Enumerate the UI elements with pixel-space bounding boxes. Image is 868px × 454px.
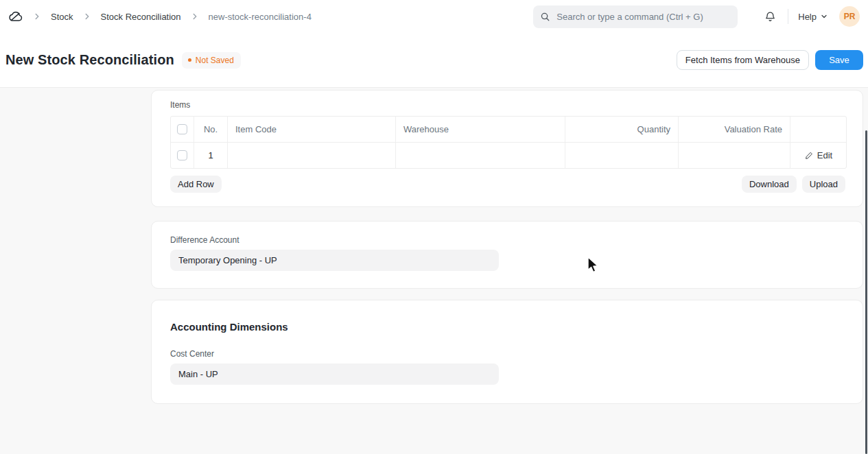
navbar-divider xyxy=(788,9,788,24)
chevron-right-icon xyxy=(32,12,42,21)
global-search[interactable] xyxy=(533,5,738,28)
status-dot-icon xyxy=(188,58,191,62)
difference-account-label: Difference Account xyxy=(170,235,845,245)
vertical-scrollbar-thumb[interactable] xyxy=(865,130,867,454)
row-checkbox[interactable] xyxy=(177,150,187,160)
row-checkbox-cell xyxy=(171,143,194,168)
breadcrumb-current-doc: new-stock-reconciliation-4 xyxy=(209,12,312,22)
user-avatar[interactable]: PR xyxy=(839,6,860,27)
upload-button[interactable]: Upload xyxy=(802,176,845,193)
cost-center-label: Cost Center xyxy=(170,349,845,359)
valuation-rate-cell[interactable] xyxy=(679,143,790,168)
breadcrumb: Stock Stock Reconciliation new-stock-rec… xyxy=(8,9,312,24)
navbar-right: Help PR xyxy=(533,5,860,28)
chevron-down-icon xyxy=(820,12,828,21)
items-grid: No. Item Code Warehouse Quantity Valuati… xyxy=(170,116,847,169)
column-header-no: No. xyxy=(194,117,228,142)
help-label: Help xyxy=(798,12,817,22)
difference-account-input[interactable] xyxy=(170,250,499,271)
save-button[interactable]: Save xyxy=(815,50,863,70)
items-grid-footer: Add Row Download Upload xyxy=(170,176,845,193)
notifications-bell-icon[interactable] xyxy=(760,7,779,26)
app-logo-cloud-icon[interactable] xyxy=(8,9,23,24)
items-grid-header-row: No. Item Code Warehouse Quantity Valuati… xyxy=(171,117,846,142)
edit-row-button[interactable]: Edit xyxy=(805,150,832,160)
download-button[interactable]: Download xyxy=(742,176,797,193)
row-index-cell: 1 xyxy=(194,143,228,168)
add-row-button[interactable]: Add Row xyxy=(170,176,222,193)
column-header-actions xyxy=(790,117,847,142)
column-header-valuation-rate[interactable]: Valuation Rate xyxy=(679,117,790,142)
items-grid-row-1[interactable]: 1 Edit xyxy=(171,142,846,168)
avatar-initials: PR xyxy=(844,12,856,21)
page-head: New Stock Reconciliation Not Saved Fetch… xyxy=(0,33,868,88)
page-actions: Fetch Items from Warehouse Save xyxy=(677,50,863,70)
grid-footer-right: Download Upload xyxy=(742,176,845,193)
status-badge-label: Not Saved xyxy=(196,56,234,65)
column-header-item-code[interactable]: Item Code xyxy=(228,117,396,142)
page-title: New Stock Reconciliation xyxy=(5,52,174,68)
breadcrumb-stock[interactable]: Stock xyxy=(51,12,73,22)
header-checkbox-cell xyxy=(171,117,194,142)
item-code-cell[interactable] xyxy=(228,143,396,168)
accounting-dimensions-card: Accounting Dimensions Cost Center xyxy=(151,300,863,404)
select-all-checkbox[interactable] xyxy=(177,124,187,134)
quantity-cell[interactable] xyxy=(565,143,679,168)
status-badge: Not Saved xyxy=(182,52,241,69)
navbar: Stock Stock Reconciliation new-stock-rec… xyxy=(0,0,868,33)
breadcrumb-stock-reconciliation[interactable]: Stock Reconciliation xyxy=(101,12,181,22)
row-actions-cell: Edit xyxy=(790,143,847,168)
warehouse-cell[interactable] xyxy=(396,143,565,168)
chevron-right-icon xyxy=(190,12,200,21)
search-input[interactable] xyxy=(555,11,731,23)
items-table-label: Items xyxy=(170,100,845,110)
pencil-icon xyxy=(805,152,813,160)
column-header-quantity[interactable]: Quantity xyxy=(565,117,679,142)
help-menu[interactable]: Help xyxy=(798,12,828,22)
chevron-right-icon xyxy=(82,12,92,21)
difference-account-card: Difference Account xyxy=(151,221,863,289)
search-icon xyxy=(540,12,550,22)
fetch-items-from-warehouse-button[interactable]: Fetch Items from Warehouse xyxy=(677,50,809,70)
cost-center-input[interactable] xyxy=(170,363,499,385)
column-header-warehouse[interactable]: Warehouse xyxy=(396,117,565,142)
edit-button-label: Edit xyxy=(817,150,832,160)
accounting-dimensions-heading: Accounting Dimensions xyxy=(170,321,845,333)
form-body: Items No. Item Code Warehouse Quantity V… xyxy=(0,88,868,454)
items-section-card: Items No. Item Code Warehouse Quantity V… xyxy=(151,90,863,207)
